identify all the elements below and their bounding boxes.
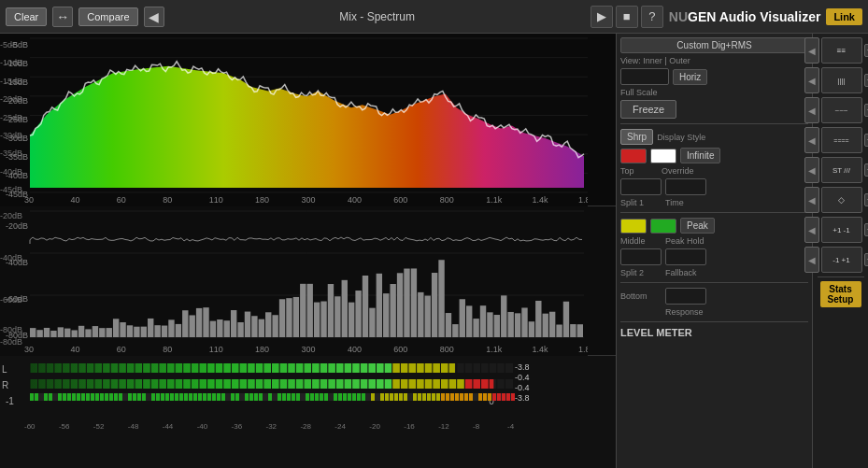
y-label-5db: -5dB [2, 40, 28, 50]
top-color-swatch [620, 149, 647, 163]
full-scale-label: Full Scale [620, 88, 658, 97]
nugen-logo: ​NUGEN Audio Visualizer [669, 9, 821, 24]
y-label-45db: -45dB [2, 190, 28, 199]
divider-3 [620, 282, 808, 283]
response-input[interactable]: 1.00 [665, 288, 706, 305]
rc-row-8: ◀ -1 +1 + [804, 247, 869, 273]
stats-setup-button[interactable]: StatsSetup [820, 281, 861, 307]
back-arrow-icon[interactable]: ↔ [52, 7, 73, 27]
value-input[interactable]: 0.0 [620, 68, 669, 85]
rc-left-arrow-2[interactable]: ◀ [804, 67, 819, 93]
main-layout: -5dB -10dB -15dB -20dB -25dB -30dB -35dB… [0, 34, 868, 468]
time-input[interactable]: 1.0s [665, 178, 706, 195]
compare-button[interactable]: Compare [78, 7, 137, 26]
rc-left-arrow-5[interactable]: ◀ [804, 157, 819, 183]
rc-plus-4[interactable]: + [864, 134, 869, 147]
rc-btn-5[interactable]: ST /// [821, 157, 862, 183]
peak-color-swatch [650, 219, 676, 234]
play-button[interactable]: ▶ [591, 6, 613, 28]
fallback-label: Fallback [665, 268, 697, 277]
display-style-label: Display Style [657, 133, 705, 142]
rc-plus-5[interactable]: + [864, 163, 869, 177]
split1-time-row: -3.0 1.0s [620, 178, 808, 195]
rc-btn-2[interactable]: |||| [821, 67, 862, 93]
playback-controls: ▶ ■ ? [591, 6, 663, 28]
view-row: View: Inner | Outer [620, 56, 808, 65]
mid-y-label-60db: -60dB [2, 294, 28, 304]
rc-plus-7[interactable]: + [864, 223, 869, 236]
mid-y-label-20db: -20dB [2, 221, 28, 231]
infinite-color-swatch [650, 149, 676, 163]
split2-input[interactable]: -9.0 [620, 248, 662, 265]
full-scale-row: Full Scale [620, 88, 808, 97]
rc-plus-6[interactable]: + [864, 193, 869, 206]
right-panel: Custom Dig+RMS View: Inner | Outer 0.0 H… [616, 34, 812, 468]
rc-left-arrow-6[interactable]: ◀ [804, 187, 819, 213]
infinite-button[interactable]: Infinite [680, 148, 720, 163]
title-label: Mix - Spectrum [170, 10, 585, 23]
rc-btn-8[interactable]: -1 +1 [821, 247, 862, 273]
middle-peak-row: Peak [620, 218, 808, 234]
rc-plus-2[interactable]: + [864, 74, 869, 87]
peak-hold-label: Peak Hold [665, 236, 704, 246]
y-label-35db: -35dB [2, 152, 28, 162]
rc-plus-3[interactable]: + [864, 104, 869, 117]
rc-btn-6[interactable]: ◇ [821, 187, 862, 213]
mid-y-label-80db: -80dB [2, 331, 28, 340]
fallback-input[interactable]: 0.75 [665, 248, 706, 265]
help-button[interactable]: ? [641, 6, 663, 28]
response-label: Response [665, 307, 704, 317]
rc-left-arrow-4[interactable]: ◀ [804, 127, 819, 153]
level-meter-label: LEVEL METER [620, 327, 692, 338]
top-override-labels: Top Override [620, 166, 808, 176]
rc-left-arrow-1[interactable]: ◀ [804, 37, 819, 64]
rc-plus-8[interactable]: + [864, 253, 869, 266]
rc-divider [818, 277, 864, 277]
spectrum-area: -5dB -10dB -15dB -20dB -25dB -30dB -35dB… [0, 34, 616, 468]
value-horiz-row: 0.0 Horiz [620, 68, 808, 85]
rc-row-4: ◀ ==== + [804, 127, 869, 153]
bottom-label: Bottom [620, 291, 662, 301]
top-infinite-row: Infinite [620, 148, 808, 163]
rc-left-arrow-3[interactable]: ◀ [804, 97, 819, 123]
y-label-10db: -10dB [2, 59, 28, 68]
divider-4 [620, 321, 808, 322]
y-label-30db: -30dB [2, 134, 28, 143]
rc-btn-1[interactable]: ≡≡ [821, 37, 862, 64]
peak-button[interactable]: Peak [680, 218, 715, 234]
y-label-25db: -25dB [2, 115, 28, 124]
left-arrow-icon[interactable]: ◀ [144, 7, 164, 27]
rc-btn-3[interactable]: ~~~ [821, 97, 862, 123]
rc-row-7: ◀ +1 -1 + [804, 217, 869, 243]
rc-btn-7[interactable]: +1 -1 [821, 217, 862, 243]
split2-fallback-labels: Split 2 Fallback [620, 268, 808, 277]
rc-btn-4[interactable]: ==== [821, 127, 862, 153]
split1-label: Split 1 [620, 198, 662, 207]
bottom-meters [0, 356, 616, 468]
override-label: Override [662, 166, 694, 176]
view-label: View: Inner | Outer [620, 56, 690, 65]
spectrum-canvas [0, 34, 588, 206]
stop-button[interactable]: ■ [616, 6, 638, 28]
split1-time-labels: Split 1 Time [620, 198, 808, 207]
bottom-response-row: Bottom 1.00 [620, 288, 808, 305]
freeze-button[interactable]: Freeze [620, 100, 676, 119]
time-label: Time [665, 198, 684, 207]
divider-2 [620, 212, 808, 213]
rc-left-arrow-7[interactable]: ◀ [804, 217, 819, 243]
clear-button[interactable]: Clear [6, 7, 47, 26]
top-spectrum: -5dB -10dB -15dB -20dB -25dB -30dB -35dB… [0, 34, 616, 206]
y-label-15db: -15dB [2, 78, 28, 87]
horiz-button[interactable]: Horiz [673, 69, 707, 85]
rc-row-2: ◀ |||| + [804, 67, 869, 93]
link-button[interactable]: Link [826, 8, 862, 25]
meters-canvas [0, 356, 588, 431]
rc-plus-1[interactable]: + [864, 44, 869, 57]
shrp-button[interactable]: Shrp [620, 129, 653, 145]
rc-row-6: ◀ ◇ + [804, 187, 869, 213]
split1-input[interactable]: -3.0 [620, 178, 662, 195]
rc-left-arrow-8[interactable]: ◀ [804, 247, 819, 273]
y-axis-labels: -5dB -10dB -15dB -20dB -25dB -30dB -35dB… [0, 34, 30, 206]
custom-dig-rms-button[interactable]: Custom Dig+RMS [620, 37, 808, 53]
middle-label: Middle [620, 236, 662, 246]
